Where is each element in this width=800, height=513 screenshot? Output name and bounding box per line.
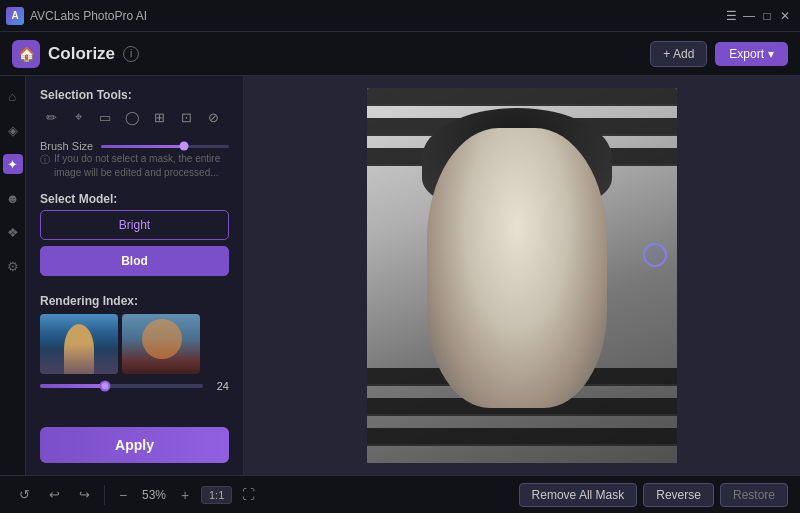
selection-tools-section: Selection Tools: ✏ ⌖ ▭ ◯ ⊞ ⊡ ⊘ <box>40 88 229 128</box>
image-container <box>367 88 677 463</box>
rotate-ccw-button[interactable]: ↺ <box>12 483 36 507</box>
titlebar-controls: ☰ — □ ✕ <box>724 9 792 23</box>
toolbar-left: ↺ ↩ ↪ − 53% + 1:1 ⛶ <box>12 483 258 507</box>
brush-select-tool[interactable]: ⊡ <box>175 106 197 128</box>
select-model-label: Select Model: <box>40 192 229 206</box>
menu-button[interactable]: ☰ <box>724 9 738 23</box>
redo-button[interactable]: ↪ <box>72 483 96 507</box>
sidebar-icon-face[interactable]: ☻ <box>3 188 23 208</box>
brush-info-text: ⓘ If you do not select a mask, the entir… <box>40 152 229 180</box>
zoom-out-button[interactable]: − <box>113 485 133 505</box>
apply-button[interactable]: Apply <box>40 427 229 463</box>
portrait-face <box>427 128 607 408</box>
sidebar-icon-effects[interactable]: ✦ <box>3 154 23 174</box>
select-model-section: Select Model: Bright Blod <box>40 192 229 282</box>
brush-size-slider[interactable] <box>101 145 229 148</box>
thumb-person-figure <box>64 324 94 374</box>
titlebar-left: A AVCLabs PhotoPro AI <box>6 7 147 25</box>
brush-size-row: Brush Size <box>40 140 229 152</box>
info-icon[interactable]: i <box>123 46 139 62</box>
minimize-button[interactable]: — <box>742 9 756 23</box>
header: 🏠 Colorize i + Add Export ▾ <box>0 32 800 76</box>
ellipse-tool[interactable]: ◯ <box>121 106 143 128</box>
rect-tool[interactable]: ▭ <box>94 106 116 128</box>
rendering-slider[interactable] <box>40 384 203 388</box>
page-title: Colorize <box>48 44 115 64</box>
portrait-background <box>367 88 677 463</box>
rendering-thumb-1[interactable] <box>40 314 118 374</box>
home-icon[interactable]: 🏠 <box>12 40 40 68</box>
info-circle-icon: ⓘ <box>40 153 50 180</box>
maximize-button[interactable]: □ <box>760 9 774 23</box>
sidebar-icons: ⌂ ◈ ✦ ☻ ❖ ⚙ <box>0 76 26 475</box>
export-button[interactable]: Export ▾ <box>715 42 788 66</box>
cursor-circle <box>643 243 667 267</box>
main-image <box>367 88 677 463</box>
slat-6 <box>367 428 677 446</box>
app-title: AVCLabs PhotoPro AI <box>30 9 147 23</box>
eraser-tool[interactable]: ⊘ <box>202 106 224 128</box>
rendering-index-section: Rendering Index: 24 <box>40 294 229 392</box>
model-blod-button[interactable]: Blod <box>40 246 229 276</box>
remove-all-mask-button[interactable]: Remove All Mask <box>519 483 638 507</box>
sidebar-icon-enhance[interactable]: ❖ <box>3 222 23 242</box>
main-content: ⌂ ◈ ✦ ☻ ❖ ⚙ Selection Tools: ✏ ⌖ ▭ ◯ ⊞ ⊡… <box>0 76 800 475</box>
zoom-value: 53% <box>137 488 171 502</box>
sidebar-icon-home[interactable]: ⌂ <box>3 86 23 106</box>
header-left: 🏠 Colorize i <box>12 40 139 68</box>
ratio-button[interactable]: 1:1 <box>201 486 232 504</box>
close-button[interactable]: ✕ <box>778 9 792 23</box>
pen-tool[interactable]: ✏ <box>40 106 62 128</box>
add-button[interactable]: + Add <box>650 41 707 67</box>
rendering-slider-row: 24 <box>40 380 229 392</box>
rendering-value: 24 <box>209 380 229 392</box>
toolbar-divider-1 <box>104 485 105 505</box>
sidebar-icon-layers[interactable]: ◈ <box>3 120 23 140</box>
selection-tools-label: Selection Tools: <box>40 88 229 102</box>
expand-button[interactable]: ⛶ <box>238 485 258 505</box>
left-panel: Selection Tools: ✏ ⌖ ▭ ◯ ⊞ ⊡ ⊘ Brush Siz… <box>26 76 244 475</box>
titlebar: A AVCLabs PhotoPro AI ☰ — □ ✕ <box>0 0 800 32</box>
brush-slider-fill <box>101 145 184 148</box>
zoom-controls: − 53% + <box>113 485 195 505</box>
app-body: 🏠 Colorize i + Add Export ▾ ⌂ ◈ ✦ ☻ ❖ ⚙ <box>0 32 800 513</box>
lasso-tool[interactable]: ⌖ <box>67 106 89 128</box>
rendering-thumbnails <box>40 314 229 374</box>
restore-button[interactable]: Restore <box>720 483 788 507</box>
app-logo: A <box>6 7 24 25</box>
undo-button[interactable]: ↩ <box>42 483 66 507</box>
export-label: Export <box>729 47 764 61</box>
brush-size-section: Brush Size ⓘ If you do not select a mask… <box>40 138 229 180</box>
selection-tools-row: ✏ ⌖ ▭ ◯ ⊞ ⊡ ⊘ <box>40 106 229 128</box>
canvas-area[interactable] <box>244 76 800 475</box>
slat-1 <box>367 88 677 106</box>
header-right: + Add Export ▾ <box>650 41 788 67</box>
magic-wand-tool[interactable]: ⊞ <box>148 106 170 128</box>
rendering-thumb-2[interactable] <box>122 314 200 374</box>
sidebar-icon-settings[interactable]: ⚙ <box>3 256 23 276</box>
bottom-toolbar: ↺ ↩ ↪ − 53% + 1:1 ⛶ Remove All Mask Reve… <box>0 475 800 513</box>
rendering-slider-fill <box>40 384 105 388</box>
brush-size-label: Brush Size <box>40 140 93 152</box>
reverse-button[interactable]: Reverse <box>643 483 714 507</box>
toolbar-right: Remove All Mask Reverse Restore <box>519 483 788 507</box>
model-bright-button[interactable]: Bright <box>40 210 229 240</box>
export-chevron-icon: ▾ <box>768 47 774 61</box>
zoom-in-button[interactable]: + <box>175 485 195 505</box>
rendering-slider-thumb <box>100 381 111 392</box>
rendering-index-label: Rendering Index: <box>40 294 229 308</box>
brush-slider-thumb <box>180 142 189 151</box>
